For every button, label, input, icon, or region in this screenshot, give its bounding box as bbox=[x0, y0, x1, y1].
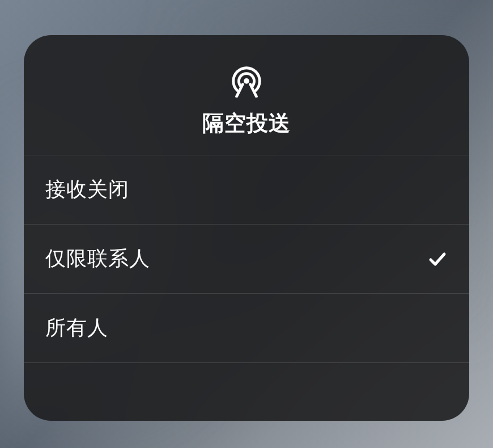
option-label: 仅限联系人 bbox=[45, 245, 150, 273]
airdrop-settings-panel: 隔空投送 接收关闭 仅限联系人 所有人 bbox=[24, 35, 469, 421]
option-everyone[interactable]: 所有人 bbox=[24, 294, 469, 363]
option-contacts-only[interactable]: 仅限联系人 bbox=[24, 225, 469, 294]
airdrop-icon bbox=[229, 62, 264, 98]
option-label: 接收关闭 bbox=[45, 176, 129, 204]
airdrop-option-list: 接收关闭 仅限联系人 所有人 bbox=[24, 155, 469, 363]
option-label: 所有人 bbox=[45, 314, 108, 342]
svg-point-0 bbox=[244, 78, 249, 84]
panel-header: 隔空投送 bbox=[24, 35, 469, 155]
panel-title: 隔空投送 bbox=[202, 109, 291, 138]
option-receiving-off[interactable]: 接收关闭 bbox=[24, 155, 469, 225]
checkmark-icon bbox=[427, 249, 448, 269]
